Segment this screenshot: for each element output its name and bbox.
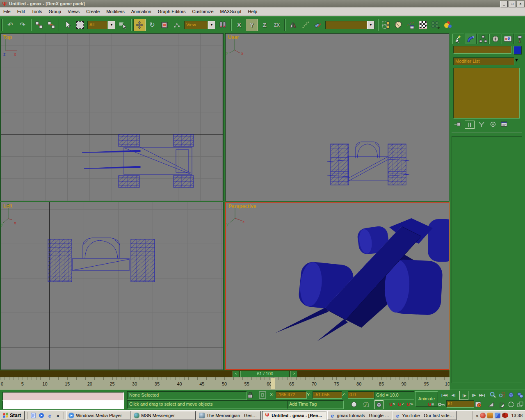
spinner-snap-icon[interactable]: ∪⊞: [427, 400, 435, 409]
zoom-icon[interactable]: [489, 391, 497, 399]
field-of-view-icon[interactable]: [487, 400, 495, 409]
percent-snap-icon[interactable]: ∪%: [406, 400, 414, 409]
chevron-down-icon[interactable]: ▼: [514, 57, 519, 65]
close-button[interactable]: ✕: [517, 1, 524, 7]
rectangular-selection-region-icon[interactable]: [74, 19, 86, 31]
array-icon[interactable]: [300, 19, 311, 31]
align-icon[interactable]: [312, 19, 324, 31]
track-bar[interactable]: 0510152025303540455055606570758085909510…: [0, 377, 450, 390]
menu-item-tools[interactable]: Tools: [28, 8, 46, 15]
material-id-icon[interactable]: ID: [429, 19, 441, 31]
restrict-y-icon[interactable]: Y: [246, 19, 258, 31]
object-color-swatch[interactable]: [514, 46, 522, 55]
taskbar-task-2[interactable]: The Merovingian - Gesprek: [197, 411, 261, 420]
menu-item-create[interactable]: Create: [83, 8, 103, 15]
modifier-list-dropdown[interactable]: Modifier List ▼: [453, 57, 519, 65]
select-and-scale-icon[interactable]: [159, 19, 170, 31]
taskbar-task-5[interactable]: eYouTube - Our first video...: [393, 411, 457, 420]
add-time-tag-field[interactable]: Add Time Tag: [287, 400, 344, 409]
quick-launch-document-icon[interactable]: [30, 412, 37, 419]
schematic-view-icon[interactable]: [393, 19, 404, 31]
minimize-button[interactable]: _: [500, 1, 508, 7]
select-and-link-icon[interactable]: [33, 19, 45, 31]
time-configuration-icon[interactable]: [474, 400, 482, 409]
viewport-left[interactable]: Left z y x: [0, 202, 224, 370]
object-name-field[interactable]: [453, 46, 511, 54]
menu-item-maxscript[interactable]: MAXScript: [217, 8, 245, 15]
pan-view-icon[interactable]: [497, 400, 505, 409]
motion-tab-icon[interactable]: [489, 34, 501, 44]
reference-coordinate-dropdown[interactable]: View ▼: [184, 21, 215, 29]
hierarchy-tab-icon[interactable]: [477, 34, 489, 44]
restore-button[interactable]: ❐: [509, 1, 516, 7]
start-button[interactable]: Start: [1, 411, 25, 420]
current-frame-field[interactable]: 61: [446, 400, 474, 408]
menu-item-graph-editors[interactable]: Graph Editors: [155, 8, 189, 15]
make-unique-icon[interactable]: [477, 121, 486, 128]
remove-modifier-icon[interactable]: [488, 121, 498, 128]
viewport-user[interactable]: User z y x: [225, 33, 450, 201]
menu-item-customize[interactable]: Customize: [189, 8, 217, 15]
menu-item-help[interactable]: Help: [245, 8, 261, 15]
z-coordinate-field[interactable]: 0.0: [348, 391, 374, 399]
quick-launch-more-chevron[interactable]: »: [55, 412, 61, 419]
display-tab-icon[interactable]: [502, 34, 514, 44]
taskbar-task-4[interactable]: egmax tutorials - Google S...: [327, 411, 391, 420]
window-crossing-toggle-icon[interactable]: [362, 400, 370, 409]
configure-modifier-sets-icon[interactable]: [500, 121, 509, 128]
selection-filter-dropdown[interactable]: All ▼: [87, 21, 115, 29]
snap-toggle-3d-icon[interactable]: ∪3: [388, 400, 396, 409]
chevron-down-icon[interactable]: ▼: [108, 21, 115, 29]
zoom-extents-icon[interactable]: [507, 391, 515, 399]
show-end-result-icon[interactable]: [465, 121, 475, 129]
track-view-icon[interactable]: [380, 19, 392, 31]
viewport-top[interactable]: Top y z x: [0, 33, 224, 201]
material-editor-icon[interactable]: [417, 19, 429, 31]
taskbar-task-1[interactable]: MSN Messenger: [132, 411, 196, 420]
named-selection-dropdown[interactable]: ▼: [325, 21, 374, 29]
selection-lock-icon[interactable]: [246, 391, 254, 399]
select-and-move-icon[interactable]: [133, 19, 146, 31]
previous-frame-arrow[interactable]: <: [233, 371, 240, 377]
menu-item-modifiers[interactable]: Modifiers: [103, 8, 128, 15]
set-key-icon[interactable]: [437, 400, 445, 409]
chevron-down-icon[interactable]: ▼: [208, 21, 215, 29]
degradation-override-icon[interactable]: [350, 400, 358, 409]
viewport-label-user[interactable]: User: [228, 34, 239, 40]
chevron-down-icon[interactable]: ▼: [367, 21, 374, 29]
menu-item-views[interactable]: Views: [64, 8, 83, 15]
menu-item-file[interactable]: File: [0, 8, 14, 15]
modifier-stack[interactable]: [453, 68, 520, 119]
play-animation-icon[interactable]: ❙▶: [459, 391, 468, 400]
viewport-label-perspective[interactable]: Perspective: [228, 203, 256, 209]
tray-antivirus-icon[interactable]: [480, 413, 486, 418]
modify-tab-icon[interactable]: [465, 34, 477, 44]
restrict-x-icon[interactable]: X: [233, 19, 245, 31]
quick-launch-wmp-icon[interactable]: [38, 412, 45, 419]
current-frame-marker[interactable]: [271, 378, 275, 389]
mirror-icon[interactable]: [288, 19, 299, 31]
tray-messenger-status-icon[interactable]: [487, 413, 493, 418]
zoom-all-icon[interactable]: [498, 391, 506, 399]
maxscript-mini-listener[interactable]: [1, 391, 126, 411]
redo-icon[interactable]: ↷: [17, 19, 28, 31]
angle-snap-icon[interactable]: ∪∠: [397, 400, 405, 409]
select-by-name-icon[interactable]: [117, 19, 128, 31]
undo-icon[interactable]: ↶: [5, 19, 16, 31]
select-object-icon[interactable]: [62, 19, 73, 31]
tray-security-shield-icon[interactable]: [502, 413, 508, 418]
go-to-start-icon[interactable]: ❙◀◀: [440, 391, 448, 399]
zoom-extents-all-icon[interactable]: [516, 391, 524, 399]
previous-frame-icon[interactable]: ◀❙: [450, 391, 458, 399]
pin-stack-icon[interactable]: [453, 121, 462, 128]
select-and-rotate-icon[interactable]: ↻: [146, 19, 158, 31]
tray-chevron-icon[interactable]: «: [476, 413, 478, 418]
next-frame-icon[interactable]: ❙▶: [469, 391, 477, 399]
use-pivot-point-center-icon[interactable]: [217, 19, 228, 31]
tray-network-icon[interactable]: [495, 413, 500, 418]
go-to-end-icon[interactable]: ▶▶❙: [478, 391, 486, 399]
restrict-plane-icon[interactable]: ZX: [271, 19, 283, 31]
menu-item-animation[interactable]: Animation: [128, 8, 155, 15]
render-effects-icon[interactable]: [442, 19, 453, 31]
viewport-label-left[interactable]: Left: [3, 203, 12, 209]
